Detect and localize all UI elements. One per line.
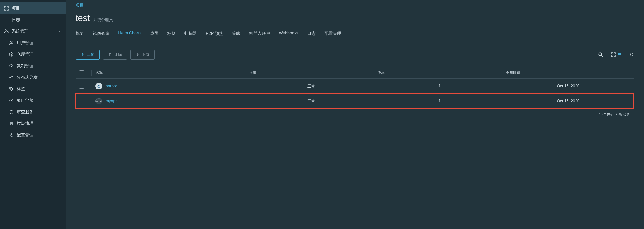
sidebar-subitem-label: 复制管理 <box>17 63 33 69</box>
svg-line-16 <box>10 78 12 78</box>
chart-status: 正常 <box>245 84 374 89</box>
tab-scanner[interactable]: 扫描器 <box>184 28 197 40</box>
sidebar-subitem-gc[interactable]: 垃圾清理 <box>0 118 66 129</box>
tab-members[interactable]: 成员 <box>150 28 158 40</box>
svg-text:HELM: HELM <box>96 100 101 102</box>
users-icon <box>9 40 14 45</box>
upload-icon <box>81 53 84 57</box>
svg-point-9 <box>7 32 8 33</box>
svg-line-15 <box>10 76 12 77</box>
page-title: test 系统管理员 <box>76 13 634 23</box>
sidebar-subitem-interrogation[interactable]: 审查服务 <box>0 106 66 118</box>
svg-rect-3 <box>7 9 8 10</box>
svg-point-34 <box>96 84 101 88</box>
trash-icon <box>9 121 14 126</box>
tab-logs[interactable]: 日志 <box>307 28 316 40</box>
chart-version: 1 <box>374 84 502 88</box>
sidebar-item-projects[interactable]: 项目 <box>0 2 66 14</box>
sidebar-subitem-registries[interactable]: 仓库管理 <box>0 48 66 60</box>
table-header: 名称 状态 版本 创建时间 <box>76 67 634 79</box>
trash-icon <box>108 53 112 57</box>
table-footer: 1 - 2 共计 2 条记录 <box>76 108 634 120</box>
svg-point-12 <box>10 77 10 78</box>
chart-name-link[interactable]: harbor <box>106 84 117 88</box>
refresh-button[interactable] <box>629 52 634 57</box>
cube-icon <box>9 52 14 57</box>
svg-point-25 <box>599 53 602 56</box>
column-header-status[interactable]: 状态 <box>245 70 374 76</box>
chart-version: 1 <box>374 99 502 103</box>
sidebar-subitem-config[interactable]: 配置管理 <box>0 129 66 141</box>
tab-webhooks[interactable]: Webhooks <box>279 28 298 40</box>
sidebar-subitem-label: 标签 <box>17 86 25 92</box>
sidebar-subitem-label: 垃圾清理 <box>17 121 33 126</box>
card-view-button[interactable] <box>611 52 616 57</box>
chevron-down-icon <box>57 29 62 34</box>
sidebar-subitem-label: 项目定额 <box>17 98 33 103</box>
select-all-checkbox[interactable] <box>79 70 84 75</box>
svg-point-22 <box>10 134 12 136</box>
row-checkbox[interactable] <box>79 98 84 104</box>
tab-p2p-preheat[interactable]: P2P 预热 <box>206 28 223 40</box>
download-button[interactable]: 下载 <box>130 50 154 60</box>
sidebar-item-label: 项目 <box>12 6 20 11</box>
tab-robot-accounts[interactable]: 机器人账户 <box>249 28 270 40</box>
svg-point-10 <box>10 42 11 43</box>
svg-point-11 <box>12 42 13 43</box>
sidebar-item-admin[interactable]: 系统管理 <box>0 26 66 37</box>
list-view-button[interactable] <box>617 52 622 57</box>
tab-summary[interactable]: 概要 <box>76 28 84 40</box>
tab-repositories[interactable]: 镜像仓库 <box>93 28 110 40</box>
sidebar-item-logs[interactable]: 日志 <box>0 14 66 26</box>
column-header-name[interactable]: 名称 <box>92 70 245 76</box>
chart-created: Oct 16, 2020 <box>502 84 630 88</box>
sidebar-subitem-quotas[interactable]: 项目定额 <box>0 95 66 106</box>
cloud-sync-icon <box>9 64 14 68</box>
table-row[interactable]: harbor 正常 1 Oct 16, 2020 <box>76 79 634 94</box>
svg-rect-29 <box>612 55 613 57</box>
download-icon <box>136 53 140 57</box>
view-toggle <box>608 52 625 57</box>
svg-point-8 <box>5 30 6 31</box>
share-icon <box>9 75 14 80</box>
table-row[interactable]: HELM myapp 正常 1 Oct 16, 2020 <box>76 94 634 108</box>
sidebar-item-label: 日志 <box>12 17 20 22</box>
sidebar-subitem-distribution[interactable]: 分布式分发 <box>0 72 66 83</box>
breadcrumb[interactable]: 项目 <box>76 0 634 13</box>
gear-icon <box>9 133 14 138</box>
tag-icon <box>9 86 14 92</box>
svg-rect-28 <box>614 53 615 54</box>
sidebar-subitem-replication[interactable]: 复制管理 <box>0 60 66 72</box>
svg-point-14 <box>12 78 13 79</box>
sidebar-subitem-label: 分布式分发 <box>17 74 38 80</box>
column-header-version[interactable]: 版本 <box>374 70 502 76</box>
tab-labels[interactable]: 标签 <box>167 28 176 40</box>
upload-button[interactable]: 上传 <box>76 50 100 60</box>
sidebar-item-label: 系统管理 <box>12 28 28 34</box>
sidebar-subitem-label: 用户管理 <box>17 40 33 46</box>
svg-rect-0 <box>4 6 6 8</box>
gauge-icon <box>9 98 14 103</box>
svg-rect-30 <box>614 55 615 57</box>
grid-icon <box>4 6 9 11</box>
chart-status: 正常 <box>245 98 374 104</box>
document-icon <box>4 18 9 22</box>
search-button[interactable] <box>598 52 603 57</box>
chart-created: Oct 16, 2020 <box>502 99 630 103</box>
column-header-created[interactable]: 创建时间 <box>502 70 630 76</box>
chart-name-link[interactable]: myapp <box>106 99 118 103</box>
svg-rect-1 <box>7 6 8 8</box>
chart-icon <box>96 83 102 90</box>
svg-point-13 <box>12 76 13 77</box>
tab-policy[interactable]: 策略 <box>232 28 240 40</box>
tab-configuration[interactable]: 配置管理 <box>324 28 341 40</box>
sidebar-subitem-label: 仓库管理 <box>17 52 33 57</box>
delete-button[interactable]: 删除 <box>103 50 127 60</box>
sidebar-subitem-labels[interactable]: 标签 <box>0 83 66 95</box>
main-content: 项目 test 系统管理员 概要 镜像仓库 Helm Charts 成员 标签 … <box>66 0 644 229</box>
sidebar-subitem-users[interactable]: 用户管理 <box>0 37 66 48</box>
toolbar: 上传 删除 下载 <box>76 50 634 60</box>
tab-helm-charts[interactable]: Helm Charts <box>118 28 141 40</box>
row-checkbox[interactable] <box>79 84 84 88</box>
chart-icon: HELM <box>96 98 102 104</box>
